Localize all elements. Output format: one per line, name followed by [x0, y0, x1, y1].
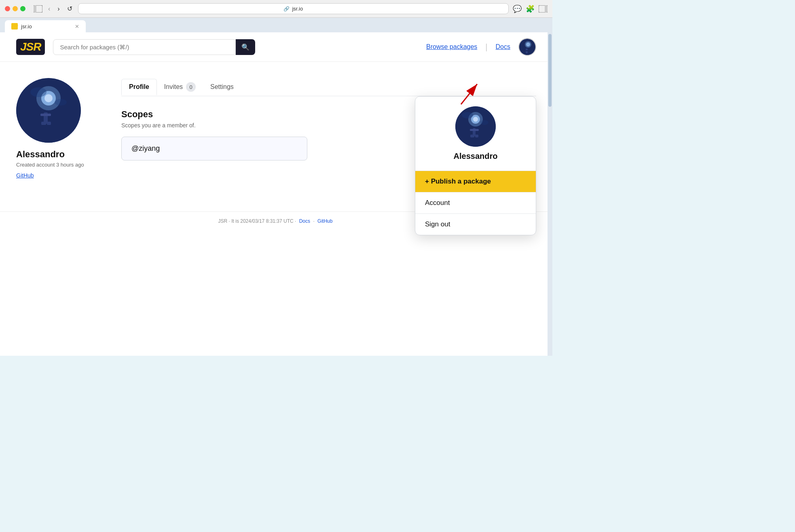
maximize-window-button[interactable]	[20, 6, 25, 11]
toolbar-icons: 💬 🧩	[513, 4, 548, 13]
svg-rect-1	[34, 5, 36, 13]
footer-github-link[interactable]: GitHub	[317, 218, 332, 224]
profile-name: Alessandro	[16, 149, 97, 160]
sidebar-toggle-left[interactable]	[34, 5, 42, 13]
tab-title: jsr.io	[21, 23, 32, 30]
search-icon: 🔍	[241, 44, 249, 51]
publish-package-button[interactable]: + Publish a package	[415, 171, 536, 192]
search-button[interactable]: 🔍	[236, 39, 255, 55]
logo-text: JSR	[16, 39, 45, 55]
url-text: jsr.io	[292, 6, 303, 12]
svg-point-12	[44, 94, 53, 102]
profile-sidebar: Alessandro Created account 3 hours ago G…	[16, 78, 97, 179]
site-header: JSR 🔍 Browse packages | Docs	[0, 32, 552, 62]
svg-rect-16	[47, 122, 51, 125]
tab-profile[interactable]: Profile	[121, 79, 157, 95]
window-controls	[5, 6, 25, 11]
profile-github-link[interactable]: GitHub	[16, 172, 34, 179]
account-menu-item[interactable]: Account	[415, 192, 536, 213]
nav-links: Browse packages | Docs	[426, 38, 536, 56]
extensions-icon[interactable]: 🧩	[526, 4, 535, 13]
svg-rect-14	[40, 114, 51, 116]
svg-point-6	[526, 42, 530, 46]
tab-close-button[interactable]: ✕	[75, 23, 79, 30]
tabs-row: Profile Invites 0 Settings	[121, 78, 536, 96]
footer-docs-link[interactable]: Docs	[299, 218, 310, 224]
tab-favicon: JSR	[11, 23, 18, 30]
dropdown-menu: Alessandro + Publish a package Account S…	[415, 96, 536, 235]
tab-profile-label: Profile	[129, 83, 149, 91]
user-avatar-button[interactable]	[518, 38, 536, 56]
svg-rect-24	[470, 129, 479, 131]
share-icon[interactable]: 💬	[513, 4, 522, 13]
docs-link[interactable]: Docs	[496, 43, 510, 51]
browser-tab-active[interactable]: JSR jsr.io ✕	[5, 20, 86, 32]
signout-menu-item[interactable]: Sign out	[415, 213, 536, 235]
profile-avatar	[16, 78, 81, 143]
scope-item[interactable]: @ziyang	[121, 137, 307, 160]
svg-rect-8	[526, 50, 529, 51]
search-container: 🔍	[53, 39, 255, 55]
search-input[interactable]	[53, 39, 236, 55]
dropdown-username: Alessandro	[454, 152, 498, 161]
footer-separator: ·	[313, 218, 314, 224]
invites-badge: 0	[186, 82, 196, 92]
dropdown-avatar	[455, 106, 496, 147]
sidebar-toggle-right[interactable]	[539, 5, 548, 13]
logo[interactable]: JSR	[16, 39, 45, 55]
tab-settings[interactable]: Settings	[203, 79, 241, 95]
reload-button[interactable]: ↺	[66, 4, 74, 13]
browse-packages-link[interactable]: Browse packages	[426, 43, 477, 51]
minimize-window-button[interactable]	[13, 6, 18, 11]
close-window-button[interactable]	[5, 6, 10, 11]
tab-invites-label: Invites	[164, 83, 183, 91]
forward-button[interactable]: ›	[56, 4, 61, 13]
profile-meta: Created account 3 hours ago	[16, 161, 97, 169]
svg-point-17	[30, 87, 47, 97]
user-avatar-art	[519, 39, 535, 55]
tab-bar: JSR jsr.io ✕	[0, 18, 552, 32]
footer-text: JSR · It is 2024/03/17 8:31:37 UTC ·	[218, 218, 296, 224]
svg-point-27	[462, 112, 473, 118]
app-container: JSR 🔍 Browse packages | Docs	[0, 32, 552, 356]
nav-divider: |	[485, 42, 487, 52]
svg-rect-25	[470, 135, 474, 137]
dropdown-header: Alessandro	[415, 97, 536, 171]
svg-rect-3	[545, 5, 548, 13]
svg-rect-15	[41, 122, 46, 125]
browser-chrome: ‹ › ↺ 🔗 jsr.io 💬 🧩	[0, 0, 552, 18]
svg-point-28	[480, 120, 488, 125]
main-content: Alessandro Created account 3 hours ago G…	[0, 62, 552, 195]
svg-point-22	[473, 117, 478, 122]
tab-settings-label: Settings	[210, 83, 234, 91]
tab-invites[interactable]: Invites 0	[157, 78, 203, 96]
svg-point-18	[55, 99, 67, 106]
link-icon: 🔗	[283, 6, 290, 12]
back-button[interactable]: ‹	[47, 4, 52, 13]
svg-rect-26	[475, 135, 478, 137]
address-bar[interactable]: 🔗 jsr.io	[78, 3, 509, 14]
